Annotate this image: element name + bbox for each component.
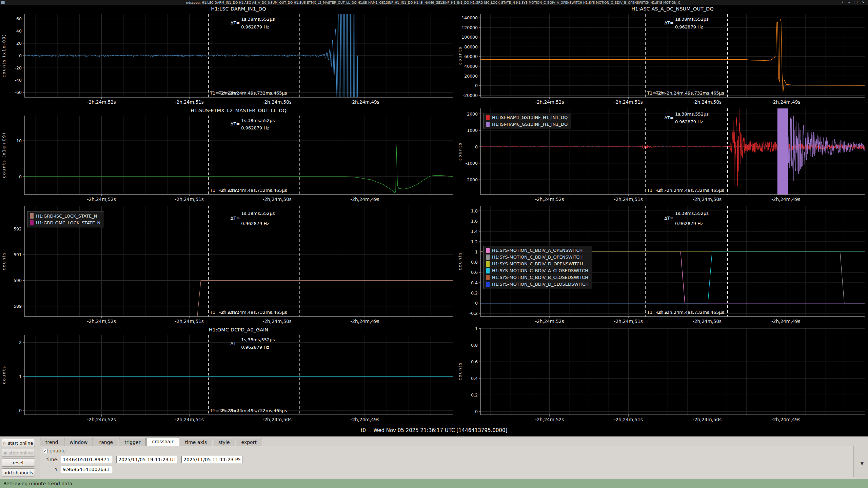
plot-canvas-omc-dcpd[interactable]: T1=-2h,24m,T2=-2h,24m,49s,732ms,465μsΔT=… <box>0 333 456 424</box>
plot-canvas-asc-as[interactable]: T1=-2h,T2=-2h,24m,49s,732ms,465μsΔT=1s,3… <box>456 12 868 106</box>
legend-swatch <box>486 122 490 127</box>
tab-window[interactable]: window <box>64 438 93 446</box>
svg-text:-2h,24m,50s: -2h,24m,50s <box>693 319 722 324</box>
plot-canvas-sus-etmx[interactable]: T1=-2h,24m,T2=-2h,24m,49s,732ms,465μsΔT=… <box>0 114 456 204</box>
tab-bar: trendwindowrangetriggercrosshairtime axi… <box>37 438 868 446</box>
legend-label: H1:SYS-MOTION_C_BDIV_B_CLOSEDSWITCH <box>492 275 588 280</box>
svg-text:-2h,24m,49s: -2h,24m,49s <box>771 417 800 422</box>
y-value-input[interactable] <box>61 466 112 473</box>
plot-title: H1:SUS-ETMX_L2_MASTER_OUT_LL_DQ <box>0 106 456 114</box>
svg-text:1s,38ms,552μs: 1s,38ms,552μs <box>675 211 709 216</box>
legend-label: H1:GRD-ISC_LOCK_STATE_N <box>36 214 97 219</box>
button-label: add channels <box>4 470 33 475</box>
svg-text:-2h,24m,50s: -2h,24m,50s <box>693 99 722 105</box>
tab-export[interactable]: export <box>236 438 262 446</box>
svg-text:ΔT=: ΔT= <box>664 115 674 120</box>
plot-canvas-empty[interactable]: 00.20.40.60.81-2h,24m,52s-2h,24m,51s-2h,… <box>456 326 868 424</box>
close-button[interactable]: ✕ <box>862 1 865 4</box>
tab-trend[interactable]: trend <box>40 438 63 446</box>
svg-text:-2h,24m,49s: -2h,24m,49s <box>351 197 379 202</box>
svg-text:1s,38ms,552μs: 1s,38ms,552μs <box>241 211 275 216</box>
enable-checkbox[interactable]: ✓ <box>43 449 47 453</box>
plot-grid: H1:LSC-DARM_IN1_DQT1=-2h,24m,T2=-2h,24m,… <box>0 5 868 424</box>
svg-text:2: 2 <box>19 340 22 345</box>
y-label: Y: <box>43 467 59 472</box>
tab-crosshair[interactable]: crosshair <box>146 437 179 446</box>
tab-trigger[interactable]: trigger <box>119 438 146 446</box>
svg-text:1000: 1000 <box>467 128 478 133</box>
add-channels-button[interactable]: add channels <box>2 468 35 476</box>
svg-text:0.962879 Hz: 0.962879 Hz <box>241 221 269 226</box>
svg-text:-1000: -1000 <box>466 161 478 166</box>
legend-label: H1:GRD-OMC_LOCK_STATE_N <box>36 220 100 225</box>
time-local-input[interactable] <box>181 456 242 463</box>
plot-canvas-lsc-darm[interactable]: T1=-2h,24m,T2=-2h,24m,49s,732ms,465μsΔT=… <box>0 12 456 106</box>
legend-item: H1:SYS-MOTION_C_BDIV_D_CLOSEDSWITCH <box>486 282 589 287</box>
svg-text:591: 591 <box>14 252 22 257</box>
tab-style[interactable]: style <box>213 438 235 446</box>
legend-label: H1:SYS-MOTION_C_BDIV_D_OPENSWITCH <box>492 261 583 266</box>
start-icon: ▷ <box>4 441 6 445</box>
start-online-button[interactable]: ▷start online <box>2 439 35 447</box>
svg-text:0.962879 Hz: 0.962879 Hz <box>241 24 269 29</box>
legend-swatch <box>486 248 490 253</box>
svg-text:-2h,24m,50s: -2h,24m,50s <box>263 319 292 324</box>
svg-text:T2=-2h,24m,49s,732ms,465μs: T2=-2h,24m,49s,732ms,465μs <box>218 188 287 193</box>
plot-lsc-darm[interactable]: H1:LSC-DARM_IN1_DQT1=-2h,24m,T2=-2h,24m,… <box>0 5 456 106</box>
svg-text:counts: counts <box>1 366 6 384</box>
svg-text:1s,38ms,552μs: 1s,38ms,552μs <box>241 17 275 22</box>
svg-text:-2h,24m,49s: -2h,24m,49s <box>351 99 379 105</box>
stop-online-button[interactable]: ■stop online <box>2 449 35 457</box>
svg-text:T2=-2h,24m,49s,732ms,465μs: T2=-2h,24m,49s,732ms,465μs <box>655 310 724 315</box>
svg-text:589: 589 <box>14 304 22 309</box>
tab-range[interactable]: range <box>94 438 118 446</box>
reset-button[interactable]: reset <box>2 459 35 467</box>
maximize-button[interactable]: ❒ <box>854 1 857 4</box>
time-utc-input[interactable] <box>116 456 177 463</box>
plot-sus-etmx[interactable]: H1:SUS-ETMX_L2_MASTER_OUT_LL_DQT1=-2h,24… <box>0 106 456 204</box>
svg-text:-2h,24m,52s: -2h,24m,52s <box>87 319 116 324</box>
legend-item: H1:GRD-OMC_LOCK_STATE_N <box>30 220 100 225</box>
svg-text:80000: 80000 <box>464 44 478 49</box>
svg-text:-2h,24m,49s: -2h,24m,49s <box>351 319 379 324</box>
plot-asc-as[interactable]: H1:ASC-AS_A_DC_NSUM_OUT_DQT1=-2h,T2=-2h,… <box>456 5 868 106</box>
plot-isi-ham[interactable]: T1=-2h,T2=-2h,24m,49s,732ms,465μsΔT=1s,3… <box>456 106 868 204</box>
plot-empty[interactable]: 00.20.40.60.81-2h,24m,52s-2h,24m,51s-2h,… <box>456 326 868 424</box>
svg-text:0.8: 0.8 <box>471 260 478 265</box>
svg-text:-2h,24m,51s: -2h,24m,51s <box>614 417 643 422</box>
svg-text:-2h,24m,52s: -2h,24m,52s <box>535 197 564 202</box>
svg-text:-2h,24m,52s: -2h,24m,52s <box>87 417 116 422</box>
svg-text:1.4: 1.4 <box>471 229 478 234</box>
svg-text:T2=-2h,24m,49s,732ms,465μs: T2=-2h,24m,49s,732ms,465μs <box>218 408 287 413</box>
svg-text:-2h,24m,52s: -2h,24m,52s <box>535 417 564 422</box>
button-label: stop online <box>8 450 33 455</box>
svg-text:1s,38ms,552μs: 1s,38ms,552μs <box>241 337 275 342</box>
svg-text:ΔT=: ΔT= <box>231 121 240 126</box>
plot-legend: H1:GRD-ISC_LOCK_STATE_NH1:GRD-OMC_LOCK_S… <box>27 211 104 227</box>
svg-text:T2=-2h,24m,49s,732ms,465μs: T2=-2h,24m,49s,732ms,465μs <box>218 90 287 96</box>
svg-text:40: 40 <box>16 28 22 34</box>
plot-title: H1:LSC-DARM_IN1_DQ <box>0 5 456 12</box>
plot-sys-motion[interactable]: T1=-2h,2T2=-2h,24m,49s,732ms,465μsΔT=1s,… <box>456 204 868 326</box>
svg-text:-2h,24m,49s: -2h,24m,49s <box>771 197 800 202</box>
dropdown-arrow[interactable]: ▼ <box>861 461 864 466</box>
window-titlebar: ndscope: H1:LSC-DARM_IN1_DQ H1:ASC-AS_A_… <box>0 0 868 5</box>
svg-text:-0.2: -0.2 <box>470 311 478 316</box>
legend-label: H1:SYS-MOTION_C_BDIV_A_CLOSEDSWITCH <box>492 268 588 273</box>
shade-button[interactable]: ∧ <box>841 1 844 4</box>
plot-grd-lock[interactable]: T1=-2h,24m,T2=-2h,24m,49s,732ms,465μsΔT=… <box>0 204 456 326</box>
time-gps-input[interactable] <box>61 456 112 463</box>
legend-label: H1:ISI-HAM1_GS13INF_H1_IN1_DQ <box>492 115 568 120</box>
legend-item: H1:SYS-MOTION_C_BDIV_B_OPENSWITCH <box>486 255 589 260</box>
plot-omc-dcpd[interactable]: H1:OMC-DCPD_A0_GAINT1=-2h,24m,T2=-2h,24m… <box>0 326 456 424</box>
svg-text:counts (x1e-09): counts (x1e-09) <box>1 34 6 78</box>
svg-text:1: 1 <box>475 249 478 255</box>
svg-text:0.2: 0.2 <box>471 392 478 398</box>
svg-text:0: 0 <box>475 409 478 414</box>
svg-text:-2h,24m,52s: -2h,24m,52s <box>535 319 564 324</box>
legend-item: H1:ISI-HAM6_GS13INF_H1_IN1_DQ <box>486 122 568 127</box>
t0-label: t0 = Wed Nov 05 2025 21:36:17 UTC [14464… <box>0 424 868 436</box>
tab-time-axis[interactable]: time axis <box>180 438 212 446</box>
svg-text:-20000: -20000 <box>463 93 478 98</box>
minimize-button[interactable]: – <box>848 1 850 4</box>
